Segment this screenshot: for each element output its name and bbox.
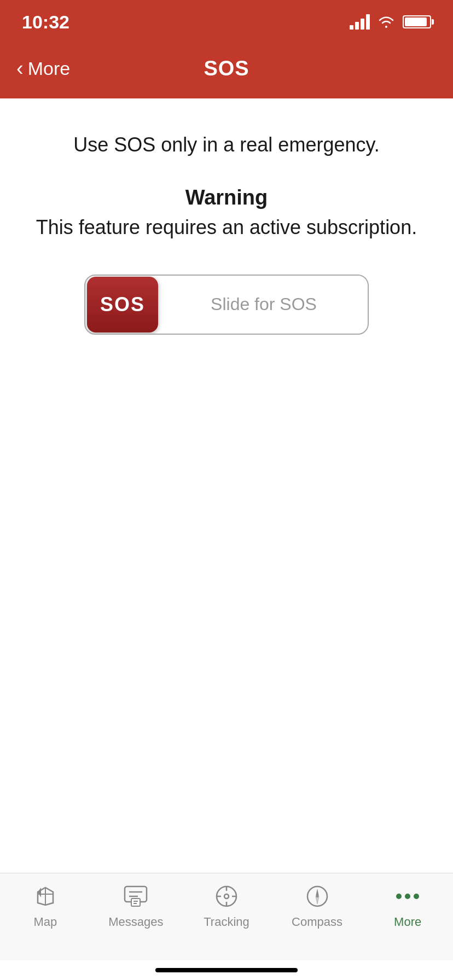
- messages-icon: [121, 882, 150, 911]
- tab-map[interactable]: Map: [10, 882, 81, 929]
- warning-section: Warning This feature requires an active …: [36, 186, 417, 241]
- back-arrow-icon: ‹: [16, 57, 24, 80]
- back-label: More: [28, 58, 70, 79]
- signal-icon: [350, 14, 370, 30]
- sos-button[interactable]: SOS: [87, 277, 158, 332]
- nav-title: SOS: [204, 57, 249, 80]
- main-content: Use SOS only in a real emergency. Warnin…: [0, 98, 453, 873]
- tab-tracking[interactable]: Tracking: [191, 882, 262, 929]
- sos-slider[interactable]: SOS Slide for SOS: [84, 275, 369, 335]
- emergency-text: Use SOS only in a real emergency.: [73, 131, 380, 159]
- more-icon: [396, 882, 419, 911]
- nav-bar: ‹ More SOS: [0, 44, 453, 98]
- svg-marker-17: [316, 889, 319, 896]
- tab-compass-label: Compass: [292, 915, 342, 929]
- tab-more[interactable]: More: [372, 882, 443, 929]
- tracking-icon: [212, 882, 241, 911]
- warning-subtitle: This feature requires an active subscrip…: [36, 214, 417, 241]
- slide-label: Slide for SOS: [160, 294, 368, 314]
- svg-marker-18: [316, 896, 319, 904]
- compass-icon: [303, 882, 332, 911]
- home-indicator: [0, 960, 453, 980]
- tab-messages[interactable]: Messages: [100, 882, 171, 929]
- back-button[interactable]: ‹ More: [16, 57, 70, 80]
- svg-point-11: [224, 894, 229, 899]
- svg-point-19: [316, 895, 318, 897]
- tab-messages-label: Messages: [108, 915, 163, 929]
- wifi-icon: [378, 15, 395, 28]
- status-bar: 10:32: [0, 0, 453, 44]
- map-icon: [31, 882, 60, 911]
- tab-tracking-label: Tracking: [204, 915, 249, 929]
- battery-icon: [403, 15, 431, 28]
- sos-button-label: SOS: [100, 293, 145, 316]
- tab-more-label: More: [394, 915, 421, 929]
- tab-compass[interactable]: Compass: [282, 882, 353, 929]
- status-icons: [350, 14, 431, 30]
- tab-bar: Map Messages Tra: [0, 873, 453, 960]
- home-bar: [155, 968, 298, 972]
- svg-rect-7: [131, 899, 140, 906]
- status-time: 10:32: [22, 11, 69, 33]
- tab-map-label: Map: [33, 915, 57, 929]
- warning-title: Warning: [36, 186, 417, 209]
